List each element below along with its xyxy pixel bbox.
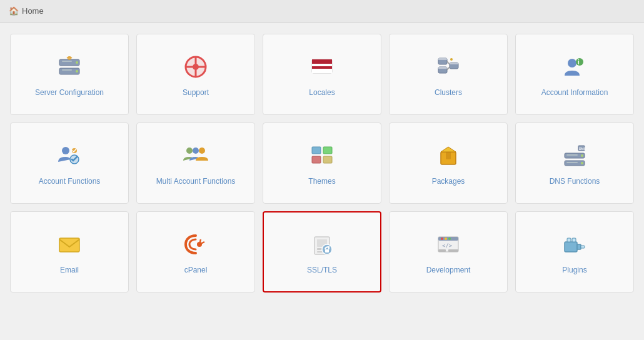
plugins-icon — [560, 229, 590, 259]
svg-rect-40 — [312, 156, 321, 163]
email-icon — [54, 229, 84, 259]
svg-rect-73 — [577, 244, 581, 249]
cpanel-label: cPanel — [184, 266, 208, 274]
svg-rect-45 — [446, 152, 451, 159]
svg-point-11 — [193, 64, 199, 70]
svg-rect-25 — [438, 58, 447, 60]
development-icon: </> — [433, 229, 463, 259]
plugins-label: Plugins — [562, 266, 586, 274]
server-configuration-label: Server Configuration — [35, 88, 104, 97]
svg-point-32 — [62, 147, 69, 154]
svg-text:i: i — [578, 59, 580, 66]
svg-rect-51 — [566, 162, 578, 163]
card-support[interactable]: Support — [136, 34, 255, 115]
email-label: Email — [60, 266, 79, 274]
card-development[interactable]: </> Development — [389, 211, 508, 292]
account-functions-icon — [54, 141, 84, 171]
svg-line-24 — [447, 67, 450, 70]
home-label[interactable]: Home — [22, 6, 44, 16]
multi-account-functions-label: Multi Account Functions — [156, 177, 236, 186]
card-locales[interactable]: Locales — [263, 34, 381, 115]
account-information-label: Account Information — [541, 88, 608, 97]
dns-functions-icon: DNS — [560, 141, 590, 171]
svg-rect-18 — [312, 66, 332, 69]
svg-point-52 — [581, 154, 583, 157]
card-dns-functions[interactable]: DNS DNS Functions — [515, 122, 634, 204]
svg-line-23 — [447, 61, 450, 64]
svg-point-30 — [576, 58, 583, 66]
card-themes[interactable]: Themes — [263, 122, 381, 204]
svg-rect-75 — [567, 238, 571, 242]
home-icon: 🏠 — [9, 6, 19, 16]
svg-rect-5 — [62, 69, 72, 71]
account-information-icon: i — [560, 52, 590, 82]
cpanel-icon — [181, 229, 211, 259]
packages-label: Packages — [432, 177, 465, 186]
card-server-configuration[interactable]: Server Configuration — [10, 34, 129, 115]
card-multi-account-functions[interactable]: Multi Account Functions — [136, 122, 255, 204]
svg-point-38 — [199, 148, 205, 154]
themes-label: Themes — [308, 177, 335, 186]
themes-icon — [307, 141, 337, 171]
svg-rect-16 — [312, 59, 332, 64]
card-plugins[interactable]: Plugins — [515, 211, 634, 292]
svg-text:DNS: DNS — [579, 147, 586, 151]
svg-point-3 — [76, 70, 78, 72]
svg-rect-74 — [581, 246, 585, 248]
svg-rect-71 — [448, 249, 458, 252]
card-email[interactable]: Email — [10, 211, 129, 292]
dns-functions-label: DNS Functions — [550, 177, 600, 186]
svg-rect-19 — [312, 69, 332, 73]
development-label: Development — [426, 266, 471, 274]
ssl-tls-icon — [307, 229, 337, 259]
locales-label: Locales — [309, 88, 335, 97]
card-account-information[interactable]: i Account Information — [515, 34, 634, 115]
svg-point-37 — [193, 148, 199, 154]
card-clusters[interactable]: Clusters — [389, 34, 508, 115]
card-ssl-tls[interactable]: SSL/TLS — [263, 211, 381, 292]
locales-icon — [307, 52, 337, 82]
svg-point-28 — [450, 58, 453, 61]
clusters-label: Clusters — [435, 88, 462, 97]
packages-icon — [433, 141, 463, 171]
svg-text:</>: </> — [442, 242, 453, 249]
main-content: Server Configuration Support Locales — [0, 22, 644, 304]
svg-point-29 — [568, 59, 576, 68]
support-label: Support — [183, 88, 209, 97]
svg-rect-63 — [325, 249, 329, 252]
svg-rect-27 — [450, 62, 458, 64]
card-grid: Server Configuration Support Locales — [10, 34, 634, 292]
svg-point-2 — [76, 61, 78, 64]
svg-point-36 — [186, 148, 193, 154]
svg-point-68 — [448, 238, 451, 240]
clusters-icon — [433, 52, 463, 82]
svg-rect-70 — [438, 249, 446, 252]
svg-rect-39 — [312, 147, 321, 154]
ssl-tls-label: SSL/TLS — [307, 266, 337, 274]
svg-rect-26 — [438, 67, 447, 69]
card-packages[interactable]: Packages — [389, 122, 508, 204]
svg-rect-54 — [59, 238, 79, 252]
svg-point-67 — [445, 238, 447, 240]
top-bar: 🏠 Home — [0, 0, 644, 22]
svg-rect-42 — [323, 156, 332, 163]
multi-account-functions-icon — [181, 141, 211, 171]
svg-rect-41 — [323, 147, 332, 154]
card-cpanel[interactable]: cPanel — [136, 211, 255, 292]
svg-point-53 — [581, 162, 583, 164]
card-account-functions[interactable]: Account Functions — [10, 122, 129, 204]
svg-rect-72 — [565, 242, 577, 252]
svg-point-66 — [441, 238, 443, 240]
account-functions-label: Account Functions — [39, 177, 101, 186]
svg-rect-4 — [62, 61, 72, 62]
svg-marker-44 — [441, 147, 456, 152]
svg-rect-17 — [312, 64, 332, 66]
support-icon — [181, 52, 211, 82]
svg-rect-50 — [566, 154, 578, 156]
server-configuration-icon — [54, 52, 84, 82]
svg-rect-76 — [572, 238, 576, 242]
